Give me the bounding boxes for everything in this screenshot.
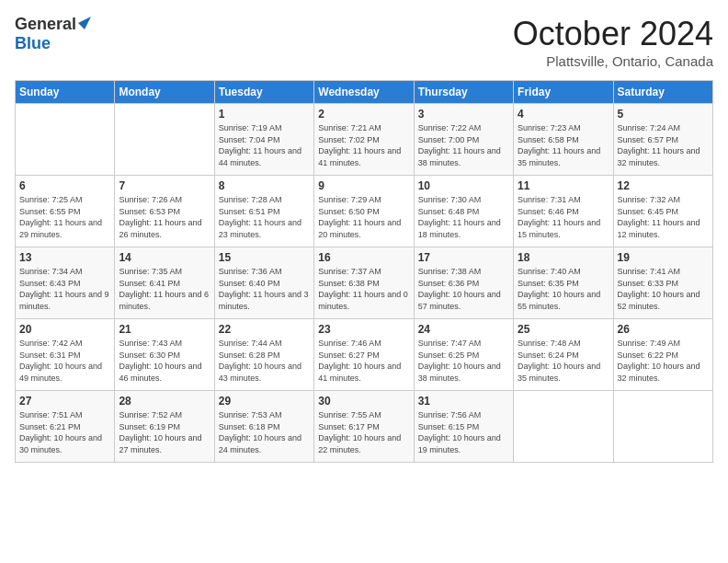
day-number: 19: [618, 251, 709, 264]
day-number: 16: [318, 251, 409, 264]
cell-sun-info: Sunrise: 7:26 AMSunset: 6:53 PMDaylight:…: [119, 194, 210, 240]
calendar-cell: 12Sunrise: 7:32 AMSunset: 6:45 PMDayligh…: [613, 176, 712, 247]
calendar-cell: 7Sunrise: 7:26 AMSunset: 6:53 PMDaylight…: [115, 176, 214, 247]
day-number: 29: [219, 395, 310, 408]
cell-sun-info: Sunrise: 7:56 AMSunset: 6:15 PMDaylight:…: [418, 409, 509, 455]
cell-sun-info: Sunrise: 7:34 AMSunset: 6:43 PMDaylight:…: [19, 266, 110, 312]
day-number: 12: [618, 179, 709, 192]
cell-sun-info: Sunrise: 7:23 AMSunset: 6:58 PMDaylight:…: [518, 122, 609, 168]
cell-sun-info: Sunrise: 7:53 AMSunset: 6:18 PMDaylight:…: [219, 409, 310, 455]
month-title: October 2024: [513, 15, 713, 53]
day-number: 31: [418, 395, 509, 408]
day-number: 2: [318, 108, 409, 121]
logo: General Blue: [15, 15, 91, 53]
cell-sun-info: Sunrise: 7:47 AMSunset: 6:25 PMDaylight:…: [418, 338, 509, 384]
day-number: 1: [219, 108, 310, 121]
calendar-cell: 27Sunrise: 7:51 AMSunset: 6:21 PMDayligh…: [16, 391, 115, 463]
calendar-cell: 25Sunrise: 7:48 AMSunset: 6:24 PMDayligh…: [514, 319, 613, 391]
calendar-cell: 14Sunrise: 7:35 AMSunset: 6:41 PMDayligh…: [115, 247, 214, 319]
calendar-cell: 17Sunrise: 7:38 AMSunset: 6:36 PMDayligh…: [414, 247, 513, 319]
page-header: General Blue October 2024 Plattsville, O…: [15, 15, 713, 69]
cell-sun-info: Sunrise: 7:55 AMSunset: 6:17 PMDaylight:…: [318, 409, 409, 455]
weekday-header-friday: Friday: [514, 81, 613, 104]
calendar-cell: 19Sunrise: 7:41 AMSunset: 6:33 PMDayligh…: [613, 247, 712, 319]
calendar-cell: 10Sunrise: 7:30 AMSunset: 6:48 PMDayligh…: [414, 176, 513, 247]
calendar-cell: 28Sunrise: 7:52 AMSunset: 6:19 PMDayligh…: [115, 391, 214, 463]
calendar-cell: 11Sunrise: 7:31 AMSunset: 6:46 PMDayligh…: [514, 176, 613, 247]
day-number: 18: [518, 251, 609, 264]
calendar-cell: [16, 104, 115, 176]
day-number: 9: [318, 179, 409, 192]
day-number: 8: [219, 179, 310, 192]
day-number: 22: [219, 323, 310, 336]
calendar-cell: 29Sunrise: 7:53 AMSunset: 6:18 PMDayligh…: [214, 391, 313, 463]
title-section: October 2024 Plattsville, Ontario, Canad…: [513, 15, 713, 69]
calendar-table: SundayMondayTuesdayWednesdayThursdayFrid…: [15, 80, 713, 463]
calendar-cell: [613, 391, 712, 463]
weekday-header-sunday: Sunday: [16, 81, 115, 104]
calendar-cell: 1Sunrise: 7:19 AMSunset: 7:04 PMDaylight…: [214, 104, 313, 176]
calendar-cell: 24Sunrise: 7:47 AMSunset: 6:25 PMDayligh…: [414, 319, 513, 391]
cell-sun-info: Sunrise: 7:40 AMSunset: 6:35 PMDaylight:…: [518, 266, 609, 312]
cell-sun-info: Sunrise: 7:42 AMSunset: 6:31 PMDaylight:…: [19, 338, 110, 384]
day-number: 28: [119, 395, 210, 408]
calendar-cell: 6Sunrise: 7:25 AMSunset: 6:55 PMDaylight…: [16, 176, 115, 247]
logo-general-text: General: [15, 15, 76, 34]
calendar-cell: 26Sunrise: 7:49 AMSunset: 6:22 PMDayligh…: [613, 319, 712, 391]
cell-sun-info: Sunrise: 7:43 AMSunset: 6:30 PMDaylight:…: [119, 338, 210, 384]
cell-sun-info: Sunrise: 7:25 AMSunset: 6:55 PMDaylight:…: [19, 194, 110, 240]
calendar-cell: [514, 391, 613, 463]
calendar-cell: 31Sunrise: 7:56 AMSunset: 6:15 PMDayligh…: [414, 391, 513, 463]
day-number: 17: [418, 251, 509, 264]
day-number: 30: [318, 395, 409, 408]
calendar-cell: 13Sunrise: 7:34 AMSunset: 6:43 PMDayligh…: [16, 247, 115, 319]
calendar-cell: 15Sunrise: 7:36 AMSunset: 6:40 PMDayligh…: [214, 247, 313, 319]
cell-sun-info: Sunrise: 7:24 AMSunset: 6:57 PMDaylight:…: [618, 122, 709, 168]
calendar-cell: 30Sunrise: 7:55 AMSunset: 6:17 PMDayligh…: [314, 391, 414, 463]
day-number: 27: [19, 395, 110, 408]
day-number: 23: [318, 323, 409, 336]
day-number: 5: [618, 108, 709, 121]
day-number: 3: [418, 108, 509, 121]
cell-sun-info: Sunrise: 7:29 AMSunset: 6:50 PMDaylight:…: [318, 194, 409, 240]
svg-marker-0: [78, 17, 91, 29]
day-number: 15: [219, 251, 310, 264]
cell-sun-info: Sunrise: 7:48 AMSunset: 6:24 PMDaylight:…: [518, 338, 609, 384]
calendar-cell: [115, 104, 214, 176]
calendar-cell: 20Sunrise: 7:42 AMSunset: 6:31 PMDayligh…: [16, 319, 115, 391]
calendar-cell: 4Sunrise: 7:23 AMSunset: 6:58 PMDaylight…: [514, 104, 613, 176]
cell-sun-info: Sunrise: 7:31 AMSunset: 6:46 PMDaylight:…: [518, 194, 609, 240]
cell-sun-info: Sunrise: 7:21 AMSunset: 7:02 PMDaylight:…: [318, 122, 409, 168]
day-number: 11: [518, 179, 609, 192]
cell-sun-info: Sunrise: 7:38 AMSunset: 6:36 PMDaylight:…: [418, 266, 509, 312]
cell-sun-info: Sunrise: 7:46 AMSunset: 6:27 PMDaylight:…: [318, 338, 409, 384]
cell-sun-info: Sunrise: 7:52 AMSunset: 6:19 PMDaylight:…: [119, 409, 210, 455]
calendar-cell: 21Sunrise: 7:43 AMSunset: 6:30 PMDayligh…: [115, 319, 214, 391]
calendar-cell: 5Sunrise: 7:24 AMSunset: 6:57 PMDaylight…: [613, 104, 712, 176]
day-number: 13: [19, 251, 110, 264]
cell-sun-info: Sunrise: 7:49 AMSunset: 6:22 PMDaylight:…: [618, 338, 709, 384]
day-number: 24: [418, 323, 509, 336]
weekday-header-saturday: Saturday: [613, 81, 712, 104]
logo-blue-text: Blue: [15, 34, 51, 53]
day-number: 4: [518, 108, 609, 121]
day-number: 14: [119, 251, 210, 264]
calendar-cell: 9Sunrise: 7:29 AMSunset: 6:50 PMDaylight…: [314, 176, 414, 247]
cell-sun-info: Sunrise: 7:32 AMSunset: 6:45 PMDaylight:…: [618, 194, 709, 240]
calendar-cell: 18Sunrise: 7:40 AMSunset: 6:35 PMDayligh…: [514, 247, 613, 319]
cell-sun-info: Sunrise: 7:30 AMSunset: 6:48 PMDaylight:…: [418, 194, 509, 240]
day-number: 21: [119, 323, 210, 336]
day-number: 26: [618, 323, 709, 336]
weekday-header-monday: Monday: [115, 81, 214, 104]
day-number: 7: [119, 179, 210, 192]
cell-sun-info: Sunrise: 7:22 AMSunset: 7:00 PMDaylight:…: [418, 122, 509, 168]
calendar-cell: 2Sunrise: 7:21 AMSunset: 7:02 PMDaylight…: [314, 104, 414, 176]
cell-sun-info: Sunrise: 7:37 AMSunset: 6:38 PMDaylight:…: [318, 266, 409, 312]
day-number: 6: [19, 179, 110, 192]
cell-sun-info: Sunrise: 7:36 AMSunset: 6:40 PMDaylight:…: [219, 266, 310, 312]
calendar-cell: 22Sunrise: 7:44 AMSunset: 6:28 PMDayligh…: [214, 319, 313, 391]
calendar-cell: 3Sunrise: 7:22 AMSunset: 7:00 PMDaylight…: [414, 104, 513, 176]
calendar-cell: 8Sunrise: 7:28 AMSunset: 6:51 PMDaylight…: [214, 176, 313, 247]
cell-sun-info: Sunrise: 7:28 AMSunset: 6:51 PMDaylight:…: [219, 194, 310, 240]
location-text: Plattsville, Ontario, Canada: [513, 53, 713, 69]
